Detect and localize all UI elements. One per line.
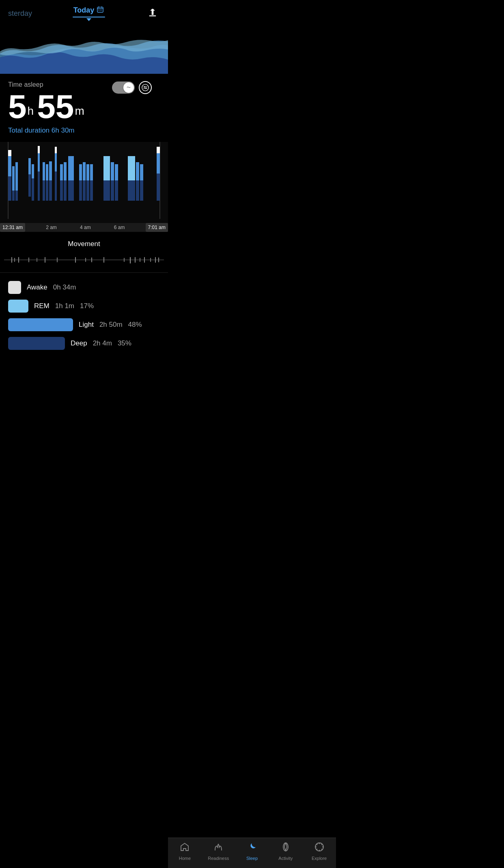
light-pct: 48% (128, 321, 142, 329)
svg-rect-57 (115, 164, 118, 180)
wave-chart (0, 29, 168, 74)
svg-rect-63 (140, 164, 143, 180)
sleep-minutes: 55 (37, 90, 74, 123)
svg-rect-33 (46, 180, 48, 201)
rem-time: 1h 1m (55, 302, 74, 310)
nav-today-wrap: Today (73, 6, 105, 21)
sleep-stats-section: Time asleep 5 h 55 m 〜 (0, 74, 168, 135)
toggle-knob: 〜 (123, 82, 134, 93)
movement-bar (0, 254, 168, 266)
svg-rect-28 (38, 153, 40, 171)
svg-rect-77 (85, 258, 86, 262)
share-button[interactable] (145, 6, 160, 21)
svg-rect-85 (150, 258, 151, 262)
page: sterday Today (0, 0, 168, 392)
movement-section: Movement (0, 232, 168, 266)
svg-rect-17 (8, 156, 11, 176)
svg-rect-43 (68, 156, 74, 180)
svg-rect-80 (124, 258, 125, 262)
svg-rect-6 (101, 10, 102, 11)
svg-rect-22 (15, 191, 18, 201)
svg-rect-41 (64, 162, 67, 180)
svg-rect-27 (38, 146, 40, 153)
nav-caret (86, 18, 91, 21)
stage-row-deep: Deep 2h 4m 35% (8, 337, 160, 350)
svg-rect-84 (144, 257, 145, 263)
sleep-h-label: h (28, 105, 34, 118)
svg-rect-47 (83, 162, 86, 180)
svg-rect-23 (28, 158, 31, 174)
svg-rect-62 (136, 180, 139, 201)
awake-label: Awake (27, 283, 47, 291)
sleep-m-label: m (75, 105, 84, 118)
nav-underline (73, 17, 105, 17)
svg-rect-60 (128, 180, 135, 201)
toggle-switch[interactable]: 〜 (112, 81, 135, 94)
nav-today[interactable]: Today (73, 6, 104, 15)
svg-rect-75 (57, 257, 58, 262)
deep-label: Deep (71, 339, 87, 347)
svg-rect-52 (90, 180, 93, 201)
filter-button[interactable] (139, 81, 152, 94)
calendar-icon (97, 6, 104, 15)
total-duration: Total duration 6h 30m (8, 126, 160, 135)
awake-swatch (8, 281, 21, 294)
svg-rect-86 (155, 257, 156, 263)
top-nav: sterday Today (0, 0, 168, 21)
svg-rect-87 (158, 257, 159, 262)
svg-point-8 (142, 84, 149, 91)
toggle-row: 〜 (112, 81, 152, 94)
svg-rect-53 (103, 156, 110, 180)
deep-swatch (8, 337, 65, 350)
share-icon (147, 7, 158, 20)
svg-rect-19 (12, 166, 15, 191)
svg-rect-37 (55, 153, 57, 171)
svg-rect-21 (15, 162, 18, 191)
svg-rect-76 (75, 257, 76, 263)
svg-rect-29 (38, 171, 40, 201)
time-label-2am: 2 am (43, 223, 59, 232)
svg-rect-67 (157, 174, 160, 201)
svg-rect-18 (8, 176, 11, 201)
rem-pct: 17% (80, 302, 94, 310)
time-label-end: 7:01 am (146, 223, 168, 232)
svg-rect-45 (79, 164, 82, 180)
stage-row-rem: REM 1h 1m 17% (8, 300, 160, 313)
time-label-6am: 6 am (112, 223, 127, 232)
svg-rect-81 (130, 257, 131, 264)
movement-title: Movement (0, 240, 168, 248)
svg-rect-74 (45, 257, 45, 263)
svg-rect-20 (12, 191, 15, 201)
svg-rect-44 (68, 180, 74, 201)
stage-row-awake: Awake 0h 34m (8, 281, 160, 294)
svg-rect-24 (28, 174, 31, 197)
time-label-start: 12:31 am (0, 223, 25, 232)
svg-rect-54 (103, 180, 110, 201)
svg-rect-55 (111, 162, 114, 180)
wave-svg (0, 29, 168, 74)
svg-rect-61 (136, 162, 139, 180)
svg-rect-36 (55, 147, 57, 153)
svg-rect-30 (43, 162, 45, 180)
svg-rect-39 (60, 164, 63, 180)
sleep-chart-svg (0, 142, 168, 223)
svg-rect-35 (49, 180, 52, 201)
svg-rect-79 (103, 257, 104, 263)
svg-rect-83 (140, 258, 140, 262)
nav-yesterday[interactable]: sterday (8, 9, 32, 18)
svg-rect-31 (43, 180, 45, 201)
svg-rect-71 (18, 257, 19, 263)
light-label: Light (79, 321, 94, 329)
svg-rect-16 (8, 150, 11, 156)
rem-swatch (8, 300, 28, 313)
time-labels: 12:31 am 2 am 4 am 6 am 7:01 am (0, 223, 168, 232)
svg-rect-26 (32, 178, 34, 201)
svg-rect-46 (79, 180, 82, 201)
sleep-chart-wrap: 12:31 am 2 am 4 am 6 am 7:01 am (0, 142, 168, 232)
svg-rect-32 (46, 164, 48, 180)
svg-rect-34 (49, 161, 52, 180)
svg-rect-25 (32, 164, 34, 178)
svg-rect-82 (135, 257, 136, 263)
rem-label: REM (34, 302, 50, 310)
svg-rect-58 (115, 180, 118, 201)
